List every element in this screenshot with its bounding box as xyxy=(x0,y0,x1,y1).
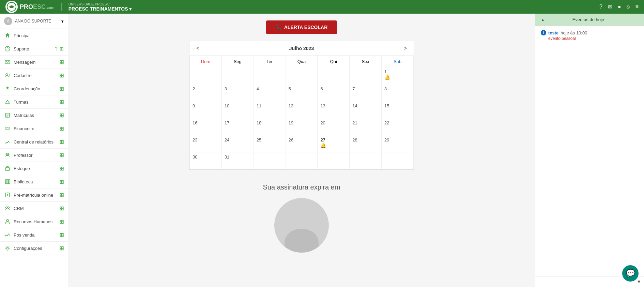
sidebar-item-pos-venda[interactable]: Pós venda ⊞ xyxy=(0,228,68,242)
financeiro-add-icon[interactable]: ⊞ xyxy=(59,125,64,132)
sidebar-item-mensagem[interactable]: Mensagem ⊞ xyxy=(0,56,68,69)
support-add-icon[interactable]: ⊞ xyxy=(60,46,64,51)
calendar-prev-button[interactable]: < xyxy=(194,44,202,53)
estoque-add-icon[interactable]: ⊞ xyxy=(59,165,64,172)
estoque-icon xyxy=(4,165,11,172)
sidebar-item-financeiro[interactable]: Financeiro ⊞ xyxy=(0,122,68,135)
chat-button[interactable]: 💬 xyxy=(622,265,639,282)
events-scroll-up-button[interactable]: ▲ xyxy=(541,17,545,22)
layout: A ANA DO SUPORTE ▾ Principal ? Suporte ?… xyxy=(0,14,644,287)
pre-matricula-label: Pré-matrícula online xyxy=(14,193,57,198)
crm-add-icon[interactable]: ⊞ xyxy=(59,205,64,212)
event-name: teste xyxy=(548,30,558,35)
mail-icon[interactable]: ✉ xyxy=(608,4,612,10)
help-icon[interactable]: ? xyxy=(599,4,602,10)
day-cell: 5 xyxy=(286,84,318,101)
phone-icon: 📞 xyxy=(276,25,281,30)
day-cell: 21 xyxy=(350,118,382,135)
svg-rect-11 xyxy=(5,180,7,184)
relatorios-add-icon[interactable]: ⊞ xyxy=(59,139,64,145)
sidebar-item-relatorios[interactable]: Central de relatórios ⊞ xyxy=(0,135,68,149)
sidebar-item-crm[interactable]: CRM ⊞ xyxy=(0,202,68,215)
school-name: PROESC TREINAMENTOS ▾ xyxy=(68,6,132,12)
sidebar: A ANA DO SUPORTE ▾ Principal ? Suporte ?… xyxy=(0,14,68,287)
logout-icon[interactable]: ⎋ xyxy=(627,4,630,10)
biblioteca-label: Biblioteca xyxy=(14,179,57,184)
svg-point-17 xyxy=(6,220,9,222)
sidebar-item-coordenacao[interactable]: Coordenação ⊞ xyxy=(0,82,68,95)
day-cell: 12 xyxy=(286,101,318,118)
sidebar-item-biblioteca[interactable]: Biblioteca ⊞ xyxy=(0,175,68,188)
topbar-right: ? ✉ ● ⎋ ≡ xyxy=(599,4,639,10)
logo-pro: PRO xyxy=(20,3,33,10)
sidebar-item-suporte[interactable]: ? Suporte ? ⊞ xyxy=(0,42,68,56)
sidebar-user[interactable]: A ANA DO SUPORTE ▾ xyxy=(0,14,68,29)
coordenacao-icon xyxy=(4,85,11,92)
sidebar-item-estoque[interactable]: Estoque ⊞ xyxy=(0,162,68,175)
sidebar-item-rh[interactable]: Recursos Humanos ⊞ xyxy=(0,215,68,228)
day-cell: 2 xyxy=(190,84,222,101)
day-cell: 10 xyxy=(221,101,254,118)
table-row: 2 3 4 5 6 7 8 xyxy=(190,84,414,101)
day-cell xyxy=(286,67,318,84)
table-row: 16 17 18 19 20 21 22 xyxy=(190,118,414,135)
sidebar-item-principal[interactable]: Principal xyxy=(0,29,68,42)
day-cell xyxy=(221,67,254,84)
mensagem-add-icon[interactable]: ⊞ xyxy=(59,59,64,65)
matriculas-add-icon[interactable]: ⊞ xyxy=(59,112,64,119)
calendar-header: < Julho 2023 > xyxy=(189,41,414,56)
professor-label: Professor xyxy=(14,153,57,158)
support-help-icon[interactable]: ? xyxy=(55,46,58,51)
cadastro-add-icon[interactable]: ⊞ xyxy=(59,72,64,79)
pos-venda-label: Pós venda xyxy=(14,232,57,238)
cadastro-icon xyxy=(4,72,11,79)
professor-add-icon[interactable]: ⊞ xyxy=(59,152,64,158)
day-cell: 9 xyxy=(190,101,222,118)
support-icons: ? ⊞ xyxy=(55,46,64,51)
user-icon[interactable]: ● xyxy=(618,4,621,10)
subscription-section: Sua assinatura expira em xyxy=(263,180,340,253)
crm-icon xyxy=(4,205,11,212)
list-item: i teste hoje às 10:00. evento pessoal xyxy=(541,30,639,41)
sidebar-item-pre-matricula[interactable]: Pré-matrícula online ⊞ xyxy=(0,188,68,202)
sidebar-item-cadastro[interactable]: Cadastro ⊞ xyxy=(0,69,68,82)
rh-add-icon[interactable]: ⊞ xyxy=(59,218,64,225)
day-cell: 30 xyxy=(190,152,222,169)
pos-venda-add-icon[interactable]: ⊞ xyxy=(59,232,64,238)
day-cell xyxy=(318,67,350,84)
turmas-add-icon[interactable]: ⊞ xyxy=(59,99,64,105)
user-chevron: ▾ xyxy=(61,19,64,24)
day-cell: 28 xyxy=(350,135,382,152)
day-cell: 7 xyxy=(350,84,382,101)
weekday-sab: Sab xyxy=(382,56,414,67)
alerta-escolar-button[interactable]: 📞 ALERTA ESCOLAR xyxy=(266,20,337,34)
menu-icon[interactable]: ≡ xyxy=(635,4,639,10)
svg-rect-7 xyxy=(5,127,10,130)
topbar-left: PROESC.com UNIVERSIDADE PROESC: PROESC T… xyxy=(5,1,132,13)
financeiro-label: Financeiro xyxy=(14,126,57,131)
pre-matricula-add-icon[interactable]: ⊞ xyxy=(59,192,64,198)
alert-label: ALERTA ESCOLAR xyxy=(284,25,328,30)
sidebar-item-professor[interactable]: Professor ⊞ xyxy=(0,149,68,162)
day-cell: 1🔔 xyxy=(382,67,414,84)
calendar: < Julho 2023 > Dom Seg Ter Qua Qui Sex S… xyxy=(189,41,414,170)
sidebar-item-matriculas[interactable]: Matrículas ⊞ xyxy=(0,109,68,122)
biblioteca-add-icon[interactable]: ⊞ xyxy=(59,179,64,185)
financeiro-icon xyxy=(4,125,11,132)
matriculas-icon xyxy=(4,112,11,119)
coordenacao-add-icon[interactable]: ⊞ xyxy=(59,86,64,92)
table-row: 30 31 xyxy=(190,152,414,169)
day-cell: 11 xyxy=(254,101,286,118)
sidebar-item-configuracoes[interactable]: Configurações ⊞ xyxy=(0,242,68,255)
biblioteca-icon xyxy=(4,178,11,185)
school-name-text: PROESC TREINAMENTOS xyxy=(68,6,128,12)
logo-text: PROESC.com xyxy=(20,3,55,11)
configuracoes-add-icon[interactable]: ⊞ xyxy=(59,245,64,252)
sidebar-item-label: Principal xyxy=(14,33,64,38)
event-info-icon: i xyxy=(541,30,546,35)
support-icon: ? xyxy=(4,45,11,52)
events-scroll-down-button[interactable]: ▼ xyxy=(637,279,641,284)
calendar-next-button[interactable]: > xyxy=(401,44,410,53)
subscription-text: Sua assinatura expira em xyxy=(263,183,340,191)
sidebar-item-turmas[interactable]: Turmas ⊞ xyxy=(0,95,68,109)
